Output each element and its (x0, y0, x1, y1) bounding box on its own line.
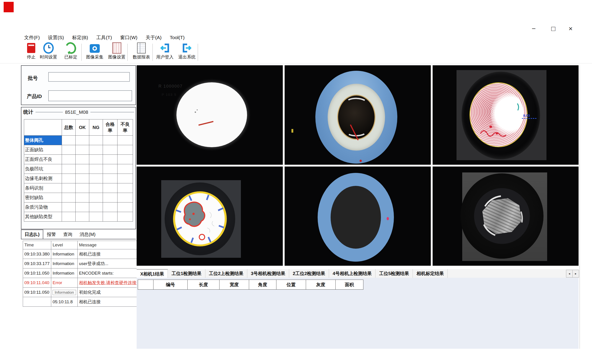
table-row[interactable]: 密封缺陷 (24, 193, 133, 202)
log-col-time: Time (23, 241, 51, 249)
table-row[interactable]: 正面缺陷 (24, 145, 133, 155)
login-icon (160, 43, 170, 53)
highlight-annotation (433, 167, 579, 266)
result-tab-bar: X相机1结果 工位1检测结果 工位2上检测结果 3号相机检测结果 2工位2检测结… (137, 269, 579, 278)
table-row[interactable]: 杂质污染物 (24, 202, 133, 212)
camera-icon (90, 44, 100, 53)
batch-section: 批号 产品ID (21, 65, 136, 105)
stats-col-item (24, 119, 62, 136)
defect-annotation (137, 167, 283, 266)
tab-scroll-right-icon: ► (574, 272, 577, 275)
menu-tool[interactable]: Tool(T) (168, 34, 186, 41)
result-col-area: 面积 (336, 280, 363, 290)
calibrated-button[interactable]: 已标定 (61, 43, 81, 62)
logout-button[interactable]: 退出系统 (177, 43, 197, 62)
table-row[interactable]: 整体阀孔 (24, 136, 133, 145)
log-row-selected[interactable]: 05:10:11.8相机已连接 (23, 297, 142, 307)
result-tab-6[interactable]: 4号相机上检测结果 (329, 269, 375, 278)
menu-calibration[interactable]: 标定(B) (71, 34, 89, 41)
image-capture-label: 图像采集 (86, 54, 103, 60)
defect-marker (387, 217, 389, 220)
stats-header-row: 总数 OK NG 合格率 不良率 (24, 119, 133, 136)
result-tab-1[interactable]: X相机1结果 (137, 269, 168, 278)
result-tab-4[interactable]: 3号相机检测结果 (247, 269, 289, 278)
record-indicator (4, 2, 14, 12)
table-row[interactable]: 其他缺陷类型 (24, 212, 133, 221)
log-table: Time Level Message 09:10:33.380Informati… (23, 241, 142, 307)
data-report-button[interactable]: 数据报表 (132, 43, 151, 62)
result-tab-2[interactable]: 工位1检测结果 (168, 269, 205, 278)
statistics-table: 总数 OK NG 合格率 不良率 整体阀孔 正面缺陷 正面焊点不良 负极凹坑 边… (24, 119, 133, 221)
stat-row-label: 条码识别 (24, 183, 62, 193)
time-settings-label: 时间设置 (40, 54, 57, 60)
divider (90, 112, 134, 112)
log-tab-message[interactable]: 消息(M) (76, 230, 99, 239)
camera-view-6[interactable] (433, 167, 579, 266)
camera-view-4[interactable] (137, 167, 283, 266)
minimize-button[interactable]: − (527, 23, 540, 35)
log-row[interactable]: 09:10:33.380Information相机已连接 (23, 249, 142, 259)
log-section: 日志(L) 报警 查询 消息(M) Time Level Message 09:… (21, 229, 136, 349)
toolbar-separator (152, 44, 153, 61)
tab-scroll-left-button[interactable]: ◄ (566, 270, 573, 278)
stop-button[interactable]: 停止 (21, 43, 41, 62)
result-tab-8[interactable]: 相机标定结果 (413, 269, 448, 278)
stats-col-total: 总数 (62, 119, 76, 136)
result-tab-3[interactable]: 工位2上检测结果 (205, 269, 247, 278)
toolbar-separator (198, 44, 198, 61)
log-row[interactable]: 09:10:11.050Information初始化完成 (23, 287, 142, 297)
time-settings-button[interactable]: 时间设置 (39, 43, 58, 62)
defect-annotation (137, 65, 283, 165)
table-row[interactable]: 正面焊点不良 (24, 155, 133, 164)
log-row[interactable]: 09:10:11.050InformationENCODER starts: (23, 268, 142, 278)
defect-annotation (285, 65, 431, 165)
camera-view-5[interactable] (285, 167, 431, 266)
close-button[interactable]: × (564, 23, 577, 35)
toolbar-separator (127, 44, 128, 61)
menu-about[interactable]: 关于(A) (144, 34, 163, 41)
maximize-button[interactable]: □ (547, 23, 560, 35)
left-panel: 批号 产品ID 统计 851E_M08 总数 OK NG 合格率 不良 (21, 65, 136, 349)
result-tab-7[interactable]: 工位5检测结果 (375, 269, 413, 278)
image-capture-button[interactable]: 图像采集 (85, 43, 105, 62)
result-panel: 编号 长度 宽度 角度 位置 灰度 面积 (137, 278, 579, 349)
stat-row-label: 杂质污染物 (24, 202, 62, 212)
log-tab-query[interactable]: 查询 (60, 230, 76, 239)
user-login-button[interactable]: 用户登入 (155, 43, 175, 62)
statistics-section: 统计 851E_M08 总数 OK NG 合格率 不良率 整体阀孔 正面缺陷 正… (21, 107, 136, 229)
blue-gasket-ring (318, 173, 394, 262)
menu-settings[interactable]: 设置(S) (47, 34, 65, 41)
table-row[interactable]: 条码识别 (24, 183, 133, 193)
stats-col-ok: OK (76, 119, 89, 136)
stop-button-label: 停止 (27, 54, 35, 60)
camera-view-3[interactable]: 8.03 (433, 65, 579, 165)
log-tab-bar: 日志(L) 报警 查询 消息(M) (21, 229, 136, 239)
table-row[interactable]: 负极凹坑 (24, 164, 133, 174)
batch-number-input[interactable] (48, 72, 130, 82)
spreadsheet-icon (137, 43, 146, 53)
image-settings-button[interactable]: 图像设置 (107, 43, 126, 62)
stats-col-pass-rate: 合格率 (103, 119, 118, 136)
calibrated-label: 已标定 (64, 54, 77, 60)
result-col-gray: 灰度 (306, 280, 336, 290)
table-row[interactable]: 边缘毛刺检测 (24, 174, 133, 183)
log-tab-log[interactable]: 日志(L) (21, 230, 43, 239)
result-tab-5[interactable]: 2工位2检测结果 (289, 269, 329, 278)
toolbar: 停止 时间设置 已标定 图像采集 图像设置 数据报表 (0, 42, 592, 64)
refresh-icon (64, 41, 78, 56)
menu-tools[interactable]: 工具(T) (95, 34, 113, 41)
toolbar-separator (81, 44, 82, 61)
report-grid-icon (112, 42, 121, 54)
menu-window[interactable]: 窗口(W) (119, 34, 139, 41)
log-col-level: Level (51, 241, 77, 249)
log-row-error[interactable]: 09:10:11.040Error相机触发失败,请检查硬件连接... (23, 278, 142, 287)
log-tab-alarm[interactable]: 报警 (43, 230, 60, 239)
product-id-input[interactable] (48, 90, 132, 101)
tab-scroll-right-button[interactable]: ► (572, 270, 579, 278)
log-row[interactable]: 09:10:33.177Informationuser登录成功... (23, 259, 142, 268)
camera-view-1[interactable]: R 1000007 P 103 5 (137, 65, 283, 165)
stat-row-label: 正面缺陷 (24, 145, 62, 155)
log-col-message: Message (78, 241, 142, 249)
camera-view-2[interactable] (285, 65, 431, 165)
menu-file[interactable]: 文件(F) (23, 34, 41, 41)
